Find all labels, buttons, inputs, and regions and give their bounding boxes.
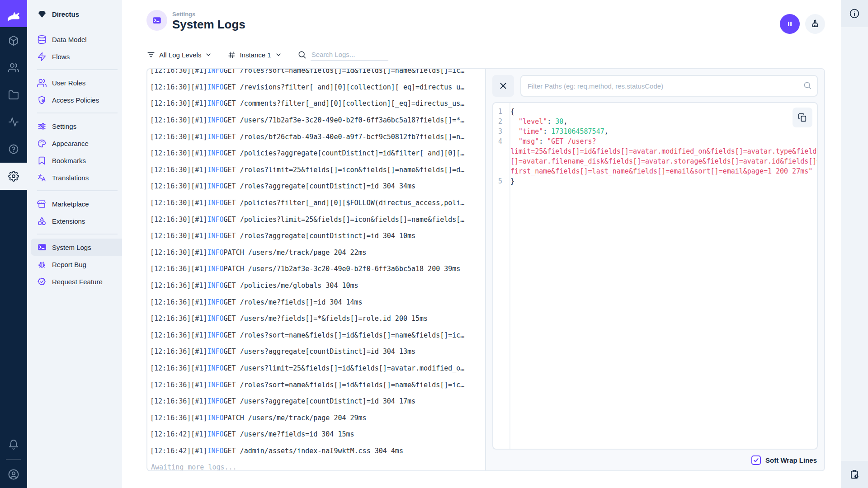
sidebar-item-label: Request Feature	[52, 278, 103, 286]
log-level: INFO	[207, 298, 223, 306]
sidebar-item-translations[interactable]: Translations	[27, 169, 122, 186]
log-row[interactable]: [12:16:36] [#1] INFO GET /users?limit=25…	[150, 360, 482, 377]
close-detail-button[interactable]	[492, 75, 514, 97]
log-row[interactable]: [12:16:30] [#1] INFO GET /roles?aggregat…	[150, 228, 482, 244]
module-item-content[interactable]	[0, 27, 27, 54]
line-number	[493, 146, 506, 156]
module-item-notifications[interactable]	[0, 431, 27, 458]
log-row[interactable]: [12:16:36] [#1] INFO GET /users?aggregat…	[150, 343, 482, 360]
sidebar-item-label: Extensions	[52, 217, 85, 225]
log-row[interactable]: [12:16:42] [#1] INFO GET /users/me?field…	[150, 426, 482, 443]
activity-sidebar-button[interactable]	[841, 461, 868, 488]
search-logs-input[interactable]	[311, 49, 388, 61]
sidebar-item-flows[interactable]: Flows	[27, 48, 122, 65]
module-item-account[interactable]	[0, 461, 27, 488]
log-instance: [#1]	[191, 83, 207, 91]
soft-wrap-label: Soft Wrap Lines	[765, 456, 817, 464]
log-timestamp: [12:16:30]	[150, 249, 191, 257]
detail-header	[486, 69, 824, 101]
sidebar-item-system-logs[interactable]: System Logs	[31, 239, 122, 256]
help-icon	[8, 144, 19, 155]
sidebar-item-access-policies[interactable]: Access Policies	[27, 91, 122, 108]
log-row[interactable]: [12:16:36] [#1] INFO GET /roles?sort=nam…	[150, 327, 482, 344]
log-row[interactable]: [12:16:36] [#1] INFO GET /policies/me/gl…	[150, 277, 482, 294]
log-level: INFO	[207, 381, 223, 389]
broom-icon	[810, 19, 821, 29]
sidebar-item-user-roles[interactable]: User Roles	[27, 74, 122, 91]
log-message: GET /roles/me?fields[]=id 304 14ms	[224, 298, 363, 306]
sidebar-item-marketplace[interactable]: Marketplace	[27, 195, 122, 212]
log-row[interactable]: [12:16:36] [#1] INFO GET /users?aggregat…	[150, 393, 482, 410]
log-timestamp: [12:16:30]	[150, 116, 191, 124]
filter-paths-input[interactable]	[520, 75, 818, 97]
log-message: GET /admin/assets/index-naI9wktM.css 304…	[224, 447, 403, 455]
log-detail-panel: 1{2 "level": 30,3 "time": 1731064587547,…	[485, 69, 824, 470]
module-item-users[interactable]	[0, 54, 27, 81]
bookmark-icon	[37, 156, 47, 165]
project-header[interactable]: Directus	[27, 0, 122, 28]
sidebar-item-bookmarks[interactable]: Bookmarks	[27, 152, 122, 169]
terminal-icon	[152, 15, 162, 25]
clear-logs-button[interactable]	[805, 14, 825, 34]
people-icon	[37, 78, 47, 88]
instance-dropdown[interactable]: Instance 1	[227, 51, 282, 59]
log-row[interactable]: [12:16:30] [#1] INFO GET /policies?aggre…	[150, 145, 482, 162]
log-instance: [#1]	[191, 331, 207, 339]
log-timestamp: [12:16:36]	[150, 282, 191, 290]
soft-wrap-checkbox[interactable]	[751, 455, 761, 465]
gem-icon	[37, 9, 47, 19]
breadcrumb[interactable]: Settings	[172, 11, 245, 18]
log-level: INFO	[207, 249, 223, 257]
log-level-dropdown[interactable]: All Log Levels	[146, 50, 212, 59]
main-content: Settings System Logs All Log Levels Inst…	[122, 0, 841, 488]
log-row[interactable]: [12:16:30] [#1] INFO GET /comments?filte…	[150, 95, 482, 112]
directus-logo[interactable]	[0, 0, 27, 27]
code-line: []=avatar.filename_disk&fields[]=avatar.…	[493, 156, 817, 166]
module-item-files[interactable]	[0, 81, 27, 108]
code-text: limit=25&fields[]=id&fields[]=avatar.mod…	[506, 146, 818, 156]
sidebar-item-request-feature[interactable]: Request Feature	[27, 273, 122, 290]
sidebar-item-settings[interactable]: Settings	[27, 117, 122, 135]
log-row[interactable]: [12:16:30] [#1] INFO GET /users/71b2af3e…	[150, 112, 482, 129]
pause-logs-button[interactable]	[780, 14, 800, 34]
log-row[interactable]: [12:16:36] [#1] INFO GET /roles?sort=nam…	[150, 376, 482, 393]
info-sidebar-button[interactable]	[841, 0, 868, 27]
log-row[interactable]: [12:16:42] [#1] INFO GET /admin/assets/i…	[150, 443, 482, 460]
log-row[interactable]: [12:16:30] [#1] INFO GET /revisions?filt…	[150, 79, 482, 96]
search-logs	[297, 49, 388, 61]
sidebar-item-extensions[interactable]: Extensions	[27, 212, 122, 230]
log-row[interactable]: [12:16:30] [#1] INFO GET /roles?limit=25…	[150, 162, 482, 178]
bug-icon	[37, 260, 47, 269]
log-timestamp: [12:16:30]	[150, 216, 191, 224]
code-text: "msg": "GET /users?	[506, 136, 596, 146]
log-row[interactable]: [12:16:30] [#1] INFO GET /roles/bf26cfab…	[150, 128, 482, 145]
sidebar-divider	[37, 113, 118, 113]
copy-icon	[797, 113, 807, 122]
sidebar-divider	[37, 190, 118, 191]
sidebar-item-appearance[interactable]: Appearance	[27, 135, 122, 152]
copy-log-button[interactable]	[793, 108, 812, 127]
chevron-down-icon	[275, 51, 282, 58]
sidebar-item-data-model[interactable]: Data Model	[27, 31, 122, 48]
hash-icon	[227, 51, 236, 59]
log-message: GET /users/me?fields=id 304 15ms	[224, 430, 354, 438]
log-row[interactable]: [12:16:30] [#1] INFO GET /roles?sort=nam…	[150, 69, 482, 79]
log-row[interactable]: [12:16:30] [#1] INFO GET /roles?aggregat…	[150, 178, 482, 195]
module-item-settings[interactable]	[0, 163, 27, 190]
log-level: INFO	[207, 364, 223, 372]
shield-badge-icon	[37, 95, 47, 105]
log-row[interactable]: [12:16:36] [#1] INFO PATCH /users/me/tra…	[150, 409, 482, 426]
log-message: GET /users?limit=25&fields[]=id&fields[]…	[224, 364, 465, 372]
log-timestamp: [12:16:30]	[150, 83, 191, 91]
module-item-docs[interactable]	[0, 136, 27, 163]
sidebar-item-report-bug[interactable]: Report Bug	[27, 256, 122, 273]
log-message: GET /roles?sort=name&fields[]=id&fields[…	[224, 381, 465, 389]
log-timestamp: [12:16:30]	[150, 133, 191, 141]
module-item-insights[interactable]	[0, 108, 27, 136]
log-row[interactable]: [12:16:36] [#1] INFO GET /users/me?field…	[150, 310, 482, 327]
log-row[interactable]: [12:16:30] [#1] INFO PATCH /users/me/tra…	[150, 244, 482, 261]
log-row[interactable]: [12:16:30] [#1] INFO GET /policies?limit…	[150, 211, 482, 228]
log-row[interactable]: [12:16:36] [#1] INFO PATCH /users/71b2af…	[150, 261, 482, 277]
log-row[interactable]: [12:16:30] [#1] INFO GET /policies?filte…	[150, 195, 482, 211]
log-row[interactable]: [12:16:36] [#1] INFO GET /roles/me?field…	[150, 294, 482, 310]
